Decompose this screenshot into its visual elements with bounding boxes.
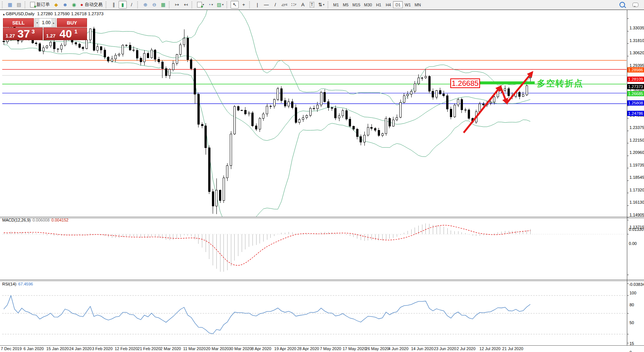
horizontal-line-button[interactable]: — <box>262 1 270 9</box>
candle <box>50 42 52 46</box>
zone-bar-annotation[interactable] <box>478 81 535 84</box>
timeframe-m1-button[interactable]: M1 <box>331 1 341 8</box>
price-flag-1.26685[interactable]: 1.26685 <box>450 78 480 88</box>
candle <box>165 68 167 75</box>
metaeditor-button[interactable]: ◆ <box>52 1 60 9</box>
candle <box>356 129 358 136</box>
line-chart-button[interactable]: / <box>128 1 136 9</box>
trendline-button[interactable]: / <box>271 1 279 9</box>
candle <box>396 117 398 120</box>
timeframe-h4-button[interactable]: H4 <box>383 1 393 8</box>
candles-layer <box>3 22 531 214</box>
arrows-button[interactable]: ⇅▾ <box>317 1 326 9</box>
tile-windows-button[interactable]: ▦ <box>159 1 167 9</box>
volume-stepper[interactable]: ▼ ▲ <box>35 18 56 27</box>
symbol-period: GBPUSD,Daily <box>6 12 35 16</box>
candle <box>270 106 271 107</box>
timeframe-m15-button[interactable]: M15 <box>351 1 362 8</box>
periods-button[interactable]: ◔▾ <box>206 1 215 9</box>
cursor-button[interactable]: ↖ <box>231 1 239 9</box>
channel-button[interactable]: ▱E <box>280 1 289 9</box>
volume-decrease-button[interactable]: ▼ <box>35 19 39 27</box>
candle <box>263 114 264 119</box>
chat-button[interactable] <box>631 1 640 9</box>
magnifier-icon <box>619 2 625 7</box>
candle <box>309 108 311 115</box>
sell-price-small: 1.27 <box>6 33 15 39</box>
candle <box>205 126 207 148</box>
timeframe-mn-button[interactable]: MN <box>413 1 423 8</box>
candle <box>313 108 315 109</box>
indicators-button[interactable]: ▾ <box>196 1 206 9</box>
text-label-button[interactable]: T <box>308 1 316 9</box>
chart-canvas[interactable] <box>0 10 644 352</box>
main-chart-panel <box>2 10 627 228</box>
candle <box>324 92 326 101</box>
quote-close: 1.27373 <box>88 12 104 16</box>
timeframe-m30-button[interactable]: M30 <box>362 1 374 8</box>
candlestick-chart-button[interactable]: ▮ <box>119 1 127 9</box>
cursor-icon: ↖ <box>233 2 237 7</box>
community-button[interactable]: ☻ <box>61 1 69 9</box>
sell-price-big: 37 <box>17 28 30 40</box>
buy-button[interactable]: BUY <box>57 18 87 27</box>
buy-price[interactable]: 1.27 40 1 <box>44 28 87 40</box>
one-click-trading-panel: SELL ▼ ▲ BUY 1.27 37 3 1.27 40 1 <box>3 18 87 40</box>
candle <box>151 50 152 58</box>
autoscroll-button[interactable]: ↦ <box>173 1 181 9</box>
icon-subscript: E <box>286 3 287 6</box>
sell-price[interactable]: 1.27 37 3 <box>3 28 43 40</box>
candle <box>468 110 470 119</box>
toolbar-grip <box>191 1 194 8</box>
metaeditor-icon: ◆ <box>54 2 58 7</box>
candle <box>428 76 430 91</box>
new-chart-button[interactable]: ▦ <box>6 1 14 9</box>
bar-chart-button[interactable]: ∥ <box>110 1 118 9</box>
candle <box>161 62 163 68</box>
new-order-button[interactable]: 新订单 <box>29 1 51 9</box>
candle <box>389 119 390 126</box>
candle <box>197 94 199 125</box>
sell-button[interactable]: SELL <box>3 18 34 27</box>
candle <box>244 110 246 114</box>
crosshair-button[interactable]: + <box>239 1 248 9</box>
candle <box>447 96 448 109</box>
zoom-out-button[interactable]: ⊖ <box>150 1 158 9</box>
candle <box>378 130 380 136</box>
autoscroll-icon: ↦ <box>175 2 179 7</box>
community-icon: ☻ <box>62 2 68 7</box>
dropdown-caret-icon: ▾ <box>323 3 325 6</box>
candle <box>201 124 203 126</box>
templates-button[interactable]: ▨▾ <box>215 1 225 9</box>
timeframe-d1-button[interactable]: D1 <box>393 1 403 8</box>
candle <box>414 84 416 91</box>
volume-increase-button[interactable]: ▲ <box>51 19 56 27</box>
candle <box>504 88 506 91</box>
candle <box>443 94 445 96</box>
autotrading-button[interactable]: ●自动交易 <box>79 1 104 9</box>
mt4-window: ▦▤新订单◆☻◉●自动交易∥▮/⊕⊖▦↦↤▾◔▾▨▾↖+|—/▱E∷FAT⇅▾M… <box>0 0 644 352</box>
autotrading-button-label: 自动交易 <box>85 1 103 8</box>
vertical-line-icon: | <box>257 2 258 7</box>
timeframe-w1-button[interactable]: W1 <box>403 1 413 8</box>
document-plus-icon <box>197 2 202 7</box>
signals-icon: ◉ <box>72 2 76 7</box>
fibonacci-button[interactable]: ∷F <box>290 1 298 9</box>
chart-shift-button[interactable]: ↤ <box>182 1 190 9</box>
candle <box>400 103 402 117</box>
chart-profiles-button[interactable]: ▤ <box>15 1 23 9</box>
volume-input[interactable] <box>39 19 51 27</box>
zoom-in-button[interactable]: ⊕ <box>141 1 149 9</box>
search-button[interactable] <box>618 1 627 9</box>
timeframe-h1-button[interactable]: H1 <box>374 1 383 8</box>
text-button[interactable]: A <box>299 1 307 9</box>
candle <box>219 190 221 201</box>
candle <box>144 54 145 62</box>
candle <box>208 148 210 192</box>
candle <box>288 101 290 106</box>
signals-button[interactable]: ◉ <box>70 1 78 9</box>
candle <box>331 108 333 108</box>
vertical-line-button[interactable]: | <box>253 1 261 9</box>
candle <box>403 96 405 103</box>
timeframe-m5-button[interactable]: M5 <box>341 1 351 8</box>
